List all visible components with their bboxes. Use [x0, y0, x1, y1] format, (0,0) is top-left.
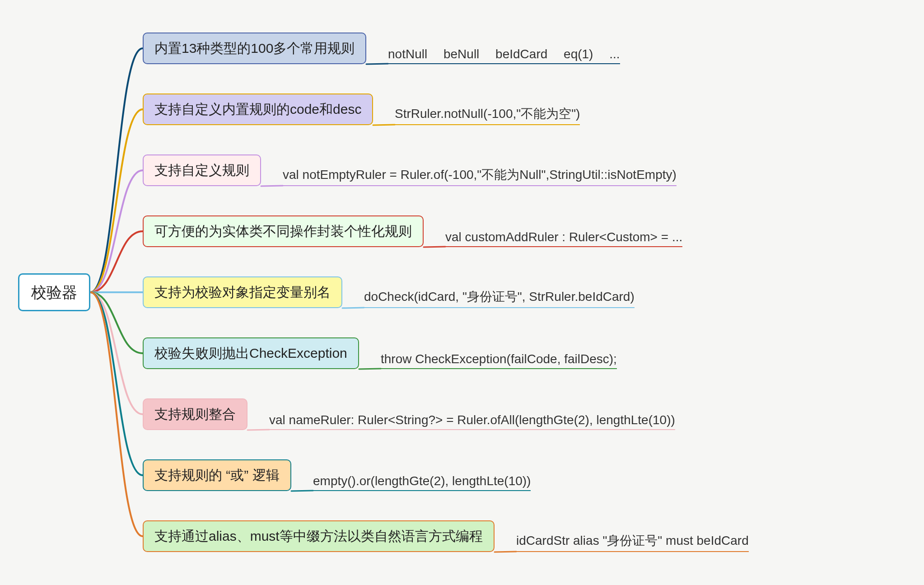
branch-node-7[interactable]: 支持规则的 “或” 逻辑: [143, 459, 291, 491]
leaf-text: doCheck(idCard, "身份证号", StrRuler.beIdCar…: [364, 290, 635, 304]
branch-label: 支持为校验对象指定变量别名: [154, 285, 331, 300]
leaf-text: StrRuler.notNull(-100,"不能为空"): [395, 107, 580, 121]
leaf-text: throw CheckException(failCode, failDesc)…: [381, 352, 617, 366]
svg-line-8: [495, 552, 516, 552]
leaf-node-2[interactable]: val notEmptyRuler = Ruler.of(-100,"不能为Nu…: [283, 166, 677, 186]
leaf-text: empty().or(lengthGte(2), lengthLte(10)): [313, 474, 531, 488]
svg-line-7: [291, 491, 313, 491]
branch-label: 内置13种类型的100多个常用规则: [154, 41, 355, 56]
branch-node-4[interactable]: 支持为校验对象指定变量别名: [143, 276, 342, 308]
branch-node-0[interactable]: 内置13种类型的100多个常用规则: [143, 33, 366, 64]
branch-label: 支持通过alias、must等中缀方法以类自然语言方式编程: [154, 529, 483, 543]
root-node[interactable]: 校验器: [18, 273, 90, 312]
leaf-node-5[interactable]: throw CheckException(failCode, failDesc)…: [381, 352, 617, 369]
leaf-text: val customAddRuler : Ruler<Custom> = ...: [445, 230, 682, 244]
svg-line-5: [359, 369, 381, 369]
leaf-node-8[interactable]: idCardStr alias "身份证号" must beIdCard: [516, 532, 749, 552]
branch-label: 校验失败则抛出CheckException: [154, 346, 347, 360]
leaf-text: notNull beNull beIdCard eq(1) ...: [388, 47, 620, 61]
branch-label: 支持自定义规则: [154, 163, 249, 178]
leaf-node-0[interactable]: notNull beNull beIdCard eq(1) ...: [388, 47, 620, 64]
branch-node-6[interactable]: 支持规则整合: [143, 398, 247, 430]
svg-line-3: [424, 247, 445, 247]
svg-line-1: [373, 125, 395, 125]
root-label: 校验器: [31, 284, 77, 301]
branch-node-1[interactable]: 支持自定义内置规则的code和desc: [143, 94, 373, 125]
branch-node-8[interactable]: 支持通过alias、must等中缀方法以类自然语言方式编程: [143, 520, 495, 552]
leaf-text: val notEmptyRuler = Ruler.of(-100,"不能为Nu…: [283, 168, 677, 182]
svg-line-2: [261, 186, 283, 186]
svg-line-0: [366, 64, 388, 64]
branch-label: 支持规则的 “或” 逻辑: [154, 468, 280, 482]
leaf-node-4[interactable]: doCheck(idCard, "身份证号", StrRuler.beIdCar…: [364, 288, 635, 308]
branch-label: 可方便的为实体类不同操作封装个性化规则: [154, 224, 412, 239]
svg-line-6: [247, 430, 269, 430]
leaf-text: val nameRuler: Ruler<String?> = Ruler.of…: [269, 413, 675, 427]
branch-node-3[interactable]: 可方便的为实体类不同操作封装个性化规则: [143, 215, 424, 247]
branch-node-2[interactable]: 支持自定义规则: [143, 154, 261, 186]
leaf-node-7[interactable]: empty().or(lengthGte(2), lengthLte(10)): [313, 474, 531, 491]
branch-label: 支持规则整合: [154, 407, 236, 421]
branch-node-5[interactable]: 校验失败则抛出CheckException: [143, 337, 359, 369]
leaf-node-3[interactable]: val customAddRuler : Ruler<Custom> = ...: [445, 230, 682, 247]
leaf-text: idCardStr alias "身份证号" must beIdCard: [516, 534, 749, 548]
svg-line-4: [342, 308, 364, 308]
leaf-node-1[interactable]: StrRuler.notNull(-100,"不能为空"): [395, 105, 580, 125]
branch-label: 支持自定义内置规则的code和desc: [154, 102, 361, 117]
leaf-node-6[interactable]: val nameRuler: Ruler<String?> = Ruler.of…: [269, 413, 675, 430]
